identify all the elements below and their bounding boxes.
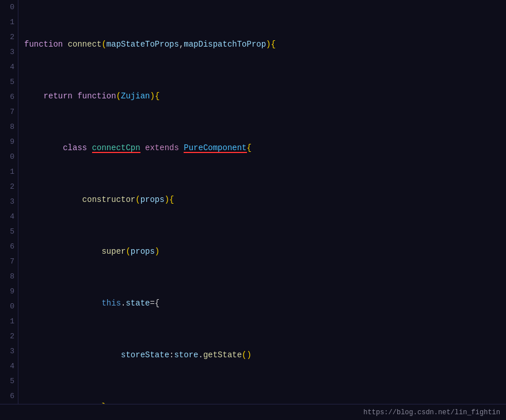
line-num: 9 (0, 284, 14, 299)
line-num: 4 (0, 359, 14, 374)
line-num: 3 (0, 344, 14, 359)
line-num: 8 (0, 120, 14, 135)
code-line: constructor(props){ (24, 192, 506, 207)
line-num: 2 (0, 180, 14, 194)
line-num: 1 (0, 314, 14, 329)
line-num: 0 (0, 150, 14, 165)
line-num: 9 (0, 135, 14, 150)
code-line: class connectCpn extends PureComponent{ (24, 140, 506, 155)
line-num: 5 (0, 374, 14, 389)
line-num: 6 (0, 389, 14, 404)
line-numbers: 0 1 2 3 4 5 6 7 8 9 0 1 2 3 4 5 6 7 8 9 … (0, 0, 18, 404)
line-num: 3 (0, 194, 14, 209)
line-num: 0 (0, 299, 14, 314)
code-line: storeState:store.getState() (24, 348, 506, 362)
line-num: 4 (0, 60, 14, 75)
code-line: super(props) (24, 244, 506, 259)
line-num: 2 (0, 30, 14, 45)
line-num: 6 (0, 239, 14, 254)
line-num: 2 (0, 329, 14, 344)
line-num: 6 (0, 90, 14, 105)
code-line: this.state={ (24, 296, 506, 311)
line-num: 7 (0, 105, 14, 120)
code-editor: 0 1 2 3 4 5 6 7 8 9 0 1 2 3 4 5 6 7 8 9 … (0, 0, 506, 420)
line-num: 1 (0, 165, 14, 180)
code-line: return function(Zujian){ (24, 89, 506, 104)
code-line: function connect(mapStateToProps,mapDisp… (24, 37, 506, 52)
code-area: 0 1 2 3 4 5 6 7 8 9 0 1 2 3 4 5 6 7 8 9 … (0, 0, 506, 404)
line-num: 3 (0, 45, 14, 60)
line-num: 4 (0, 209, 14, 224)
line-num: 5 (0, 75, 14, 90)
footer-url: https://blog.csdn.net/lin_fightin (363, 408, 500, 417)
code-content[interactable]: function connect(mapStateToProps,mapDisp… (18, 0, 506, 404)
bottom-bar: https://blog.csdn.net/lin_fightin (0, 404, 506, 420)
code-line: } (24, 399, 506, 404)
line-num: 5 (0, 224, 14, 239)
line-num: 8 (0, 269, 14, 284)
line-num: 1 (0, 15, 14, 30)
line-num: 0 (0, 0, 14, 15)
line-num: 7 (0, 254, 14, 269)
